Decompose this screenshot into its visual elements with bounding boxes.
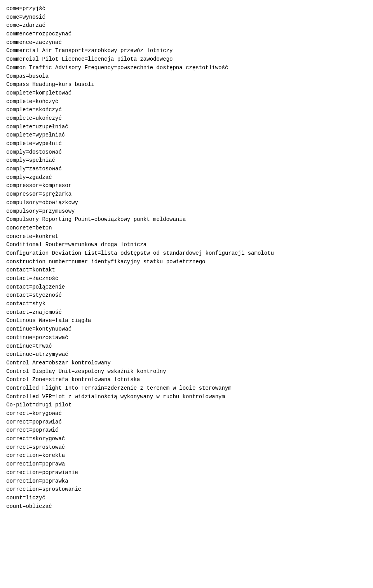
list-item: count=obliczać (6, 502, 367, 511)
list-item: comply=spełniać (6, 156, 367, 165)
list-item: comply=zgadzać (6, 173, 367, 182)
list-item: Controlled Flight Into Terrain=zderzenie… (6, 384, 367, 393)
list-item: construction number=numer identyfikacyjn… (6, 258, 367, 266)
list-item: commence=rozpoczynać (6, 30, 367, 38)
list-item: come=zdarzać (6, 21, 367, 30)
list-item: commence=zaczynać (6, 38, 367, 47)
list-item: come=przyjść (6, 5, 367, 13)
list-item: contact=kontakt (6, 266, 367, 275)
list-item: Continous Wave=fala ciągła (6, 317, 367, 325)
list-item: contact=styk (6, 300, 367, 308)
list-item: continue=kontynuować (6, 325, 367, 334)
list-item: Common Traffic Advisory Frequency=powsze… (6, 64, 367, 72)
list-item: Conditional Router=warunkowa droga lotni… (6, 241, 367, 249)
list-item: contact=znajomość (6, 308, 367, 317)
list-item: compressor=kompresor (6, 182, 367, 190)
list-item: correction=poprawianie (6, 469, 367, 477)
list-item: complete=kompletować (6, 89, 367, 98)
list-item: Control Display Unit=zespolony wskaźnik … (6, 368, 367, 376)
list-item: correct=korygować (6, 410, 367, 418)
list-item: continue=pozostawać (6, 334, 367, 342)
list-item: compulsory=obowiązkowy (6, 199, 367, 207)
list-item: Commercial Air Transport=zarobkowy przew… (6, 47, 367, 55)
list-item: correction=korekta (6, 452, 367, 460)
list-item: complete=uzupełniać (6, 123, 367, 131)
dictionary-content: come=przyjśćcome=wynosićcome=zdarzaćcomm… (6, 5, 367, 511)
list-item: complete=kończyć (6, 98, 367, 106)
list-item: contact=połączenie (6, 283, 367, 292)
list-item: correct=poprawiać (6, 418, 367, 427)
list-item: correction=poprawa (6, 460, 367, 469)
list-item: Co-pilot=drugi pilot (6, 401, 367, 410)
list-item: Compas=busola (6, 72, 367, 81)
list-item: Configuration Deviation List=lista odstę… (6, 249, 367, 258)
list-item: count=liczyć (6, 494, 367, 502)
list-item: correct=sprostować (6, 443, 367, 452)
list-item: compulsory=przymusowy (6, 207, 367, 216)
list-item: continue=trwać (6, 342, 367, 351)
list-item: complete=wypełniać (6, 131, 367, 140)
list-item: complete=skończyć (6, 106, 367, 114)
list-item: correct=poprawić (6, 426, 367, 435)
list-item: contact=styczność (6, 291, 367, 300)
list-item: concrete=beton (6, 224, 367, 233)
list-item: concrete=konkret (6, 233, 367, 241)
list-item: continue=utrzymywać (6, 350, 367, 359)
list-item: contact=łączność (6, 275, 367, 283)
list-item: correct=skorygować (6, 435, 367, 443)
list-item: Control Zone=strefa kontrolowana lotnisk… (6, 376, 367, 384)
list-item: Compass Heading=kurs busoli (6, 80, 367, 89)
list-item: Controlled VFR=lot z widzialnością wykon… (6, 393, 367, 401)
list-item: correction=poprawka (6, 477, 367, 486)
list-item: complete=wypełnić (6, 140, 367, 148)
list-item: comply=zastosować (6, 165, 367, 173)
list-item: come=wynosić (6, 13, 367, 22)
list-item: Commercial Pilot Licence=licencja pilota… (6, 55, 367, 64)
list-item: Control Area=obszar kontrolowany (6, 359, 367, 368)
list-item: correction=sprostowanie (6, 485, 367, 494)
list-item: comply=dostosować (6, 148, 367, 157)
list-item: complete=ukończyć (6, 114, 367, 123)
list-item: compressor=sprężarka (6, 190, 367, 199)
list-item: Compulsory Reporting Point=obowiązkowy p… (6, 215, 367, 224)
